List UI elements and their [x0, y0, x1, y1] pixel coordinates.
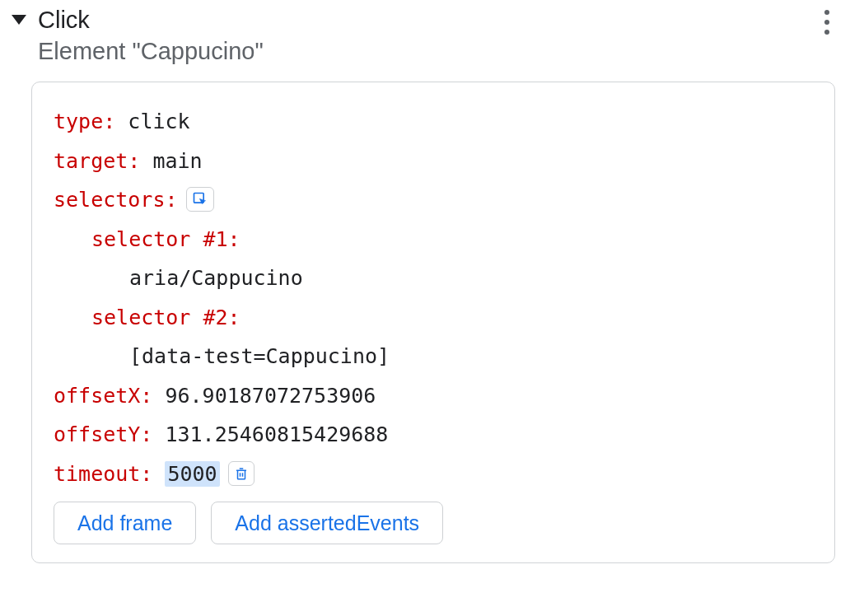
- field-selectors[interactable]: selectors:: [54, 180, 813, 220]
- field-selector-1-value-row[interactable]: aria/Cappucino: [54, 259, 813, 298]
- field-target[interactable]: target: main: [54, 142, 813, 181]
- collapse-caret-icon[interactable]: [12, 15, 26, 25]
- target-value: main: [152, 149, 202, 173]
- selector1-value: aria/Cappucino: [129, 266, 303, 290]
- offsetx-value: 96.90187072753906: [165, 384, 376, 408]
- selector2-value: [data-test=Cappucino]: [129, 344, 390, 368]
- field-offsety[interactable]: offsetY: 131.25460815429688: [54, 415, 813, 455]
- offsety-key: offsetY: [54, 422, 140, 446]
- more-menu-icon[interactable]: [815, 5, 838, 35]
- field-type[interactable]: type: click: [54, 102, 813, 142]
- type-key: type: [54, 110, 103, 133]
- field-offsetx[interactable]: offsetX: 96.90187072753906: [54, 376, 813, 416]
- selector1-key: selector #1: [91, 227, 228, 251]
- selectors-key: selectors: [54, 188, 165, 212]
- add-frame-button[interactable]: Add frame: [54, 502, 196, 544]
- field-selector-1[interactable]: selector #1:: [54, 220, 813, 259]
- offsetx-key: offsetX: [54, 384, 140, 408]
- step-details-panel: type: click target: main selectors: sele…: [31, 82, 835, 563]
- type-value: click: [128, 110, 189, 133]
- selector-picker-icon[interactable]: [186, 187, 214, 212]
- timeout-key: timeout: [54, 462, 140, 486]
- field-timeout[interactable]: timeout: 5000: [54, 455, 813, 494]
- timeout-value[interactable]: 5000: [165, 461, 219, 487]
- field-selector-2[interactable]: selector #2:: [54, 298, 813, 338]
- field-selector-2-value-row[interactable]: [data-test=Cappucino]: [54, 337, 813, 376]
- step-title: Click: [38, 5, 815, 36]
- offsety-value: 131.25460815429688: [165, 422, 388, 446]
- delete-icon[interactable]: [228, 461, 255, 486]
- step-header: Click Element "Cappucino": [12, 5, 838, 67]
- step-subtitle: Element "Cappucino": [38, 36, 815, 68]
- target-key: target: [54, 149, 128, 173]
- selector2-key: selector #2: [91, 306, 228, 329]
- add-asserted-events-button[interactable]: Add assertedEvents: [211, 502, 443, 544]
